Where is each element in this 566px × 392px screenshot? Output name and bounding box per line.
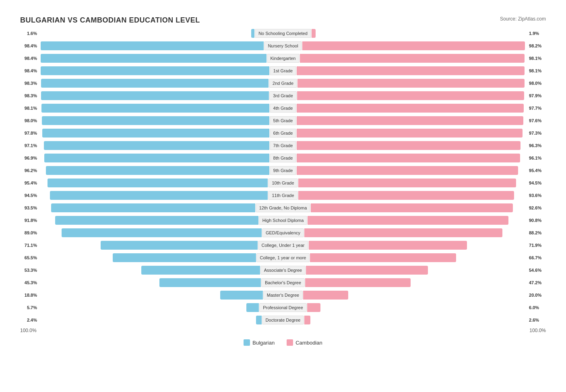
- cambodian-bar: [297, 79, 525, 88]
- cambodian-value: 92.6%: [529, 205, 546, 210]
- row-label: 9th Grade: [270, 166, 297, 175]
- cambodian-value: 1.9%: [529, 31, 546, 36]
- cambodian-value: 98.0%: [529, 81, 546, 86]
- row-label: 1st Grade: [270, 66, 296, 75]
- bar-row: 18.8%Master's Degree20.0%: [20, 289, 546, 301]
- row-label: 6th Grade: [270, 129, 297, 138]
- cambodian-value: 98.1%: [529, 56, 546, 61]
- bulgarian-value: 98.3%: [20, 81, 37, 86]
- cambodian-bar: [297, 129, 523, 138]
- bulgarian-value: 98.4%: [20, 43, 37, 48]
- legend-bulgarian: Bulgarian: [244, 339, 275, 346]
- bar-row: 98.4%1st Grade98.1%: [20, 65, 546, 76]
- bulgarian-value: 96.2%: [20, 168, 37, 173]
- cambodian-value: 2.6%: [529, 318, 546, 322]
- bulgarian-bar: [41, 91, 269, 100]
- cambodian-legend-label: Cambodian: [295, 340, 322, 346]
- bulgarian-bar: [41, 54, 266, 63]
- cambodian-value: 94.5%: [529, 181, 546, 185]
- chart-legend: Bulgarian Cambodian: [20, 339, 546, 346]
- axis-right: 100.0%: [529, 328, 546, 333]
- bar-row: 93.5%12th Grade, No Diploma92.6%: [20, 202, 546, 213]
- row-label: 2nd Grade: [269, 79, 297, 88]
- row-label: Doctorate Degree: [262, 316, 304, 324]
- bulgarian-value: 2.4%: [20, 318, 37, 322]
- cambodian-bar: [311, 203, 513, 212]
- bulgarian-value: 97.1%: [20, 143, 37, 148]
- row-label: No Schooling Completed: [255, 29, 311, 38]
- row-label: College, 1 year or more: [256, 253, 310, 262]
- row-label: 3rd Grade: [269, 91, 297, 100]
- cambodian-bar: [297, 154, 520, 162]
- bulgarian-bar: [101, 241, 257, 250]
- cambodian-bar: [297, 104, 523, 113]
- bulgarian-bar: [246, 303, 259, 312]
- cambodian-bar: [312, 29, 316, 38]
- row-label: 11th Grade: [268, 191, 297, 200]
- cambodian-value: 88.2%: [529, 230, 546, 235]
- axis-labels: 100.0% 100.0%: [20, 328, 546, 333]
- cambodian-bar: [297, 66, 525, 75]
- cambodian-value: 98.2%: [529, 43, 546, 48]
- bar-row: 45.3%Bachelor's Degree47.2%: [20, 277, 546, 288]
- cambodian-value: 54.6%: [529, 268, 546, 273]
- cambodian-bar: [308, 216, 508, 225]
- chart-container: BULGARIAN VS CAMBODIAN EDUCATION LEVEL S…: [8, 8, 558, 362]
- bulgarian-value: 97.8%: [20, 131, 37, 135]
- bulgarian-value: 98.1%: [20, 106, 37, 111]
- bulgarian-bar: [159, 278, 261, 287]
- bulgarian-bar: [41, 41, 264, 50]
- cambodian-bar: [304, 316, 310, 324]
- bulgarian-bar: [51, 203, 255, 212]
- cambodian-bar: [307, 303, 320, 312]
- row-label: College, Under 1 year: [258, 241, 308, 250]
- bulgarian-bar: [41, 66, 269, 75]
- bulgarian-bar: [44, 154, 269, 162]
- source-label: Source: ZipAtlas.com: [500, 16, 546, 22]
- bulgarian-value: 96.9%: [20, 156, 37, 160]
- axis-left: 100.0%: [20, 328, 37, 333]
- row-label: Associate's Degree: [260, 266, 306, 275]
- bar-row: 98.0%5th Grade97.6%: [20, 115, 546, 126]
- bar-row: 94.5%11th Grade93.6%: [20, 190, 546, 201]
- cambodian-bar: [300, 54, 525, 63]
- cambodian-value: 66.7%: [529, 255, 546, 260]
- bulgarian-legend-label: Bulgarian: [252, 340, 275, 346]
- bulgarian-bar: [42, 129, 269, 138]
- row-label: 7th Grade: [270, 141, 297, 150]
- cambodian-value: 71.9%: [529, 243, 546, 248]
- cambodian-bar: [298, 191, 514, 200]
- bar-row: 98.3%2nd Grade98.0%: [20, 78, 546, 89]
- bar-row: 89.0%GED/Equivalency88.2%: [20, 227, 546, 238]
- cambodian-value: 47.2%: [529, 280, 546, 285]
- cambodian-value: 97.6%: [529, 118, 546, 123]
- bar-row: 97.1%7th Grade96.3%: [20, 140, 546, 151]
- bar-row: 97.8%6th Grade97.3%: [20, 127, 546, 139]
- bulgarian-bar: [141, 266, 260, 275]
- bulgarian-value: 18.8%: [20, 293, 37, 298]
- bulgarian-value: 95.4%: [20, 181, 37, 185]
- bulgarian-legend-box: [244, 339, 250, 346]
- bar-row: 96.2%9th Grade95.4%: [20, 165, 546, 176]
- cambodian-bar: [310, 253, 456, 262]
- cambodian-bar: [297, 91, 524, 100]
- bulgarian-value: 89.0%: [20, 230, 37, 235]
- cambodian-value: 95.4%: [529, 168, 546, 173]
- cambodian-value: 93.6%: [529, 193, 546, 198]
- row-label: Master's Degree: [263, 291, 303, 300]
- cambodian-value: 97.7%: [529, 106, 546, 111]
- bulgarian-bar: [42, 116, 269, 125]
- bar-row: 71.1%College, Under 1 year71.9%: [20, 240, 546, 251]
- row-label: Professional Degree: [259, 303, 307, 312]
- cambodian-bar: [309, 241, 467, 250]
- bulgarian-value: 98.4%: [20, 68, 37, 73]
- bar-row: 5.7%Professional Degree6.0%: [20, 302, 546, 313]
- cambodian-bar: [306, 266, 428, 275]
- bulgarian-bar: [113, 253, 256, 262]
- chart-inner: 1.6%No Schooling Completed1.9%98.4%Nurse…: [20, 28, 546, 326]
- bulgarian-bar: [41, 104, 269, 113]
- cambodian-bar: [304, 228, 502, 237]
- cambodian-value: 98.1%: [529, 68, 546, 73]
- bulgarian-bar: [55, 216, 258, 225]
- cambodian-bar: [297, 141, 520, 150]
